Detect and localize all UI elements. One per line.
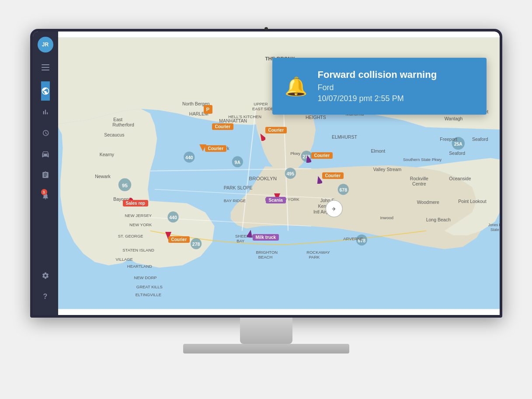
svg-text:9A: 9A xyxy=(234,160,240,165)
svg-text:Rockville: Rockville xyxy=(410,176,428,181)
sidebar-item-map[interactable] xyxy=(41,81,50,101)
svg-text:UPPER: UPPER xyxy=(254,102,268,106)
svg-text:Long Beach: Long Beach xyxy=(426,217,450,222)
svg-text:HEIGHTS: HEIGHTS xyxy=(306,115,326,120)
vehicle-label-courier-5[interactable]: Courier xyxy=(322,172,344,179)
svg-text:✈: ✈ xyxy=(332,206,336,212)
vehicle-marker-courier-5 xyxy=(316,176,322,186)
map-container[interactable]: 95 440 278 440 9A 495 678 678 xyxy=(58,32,500,315)
svg-text:East: East xyxy=(113,117,122,122)
vehicle-label-courier-4[interactable]: Courier xyxy=(311,152,333,159)
svg-text:Inwood: Inwood xyxy=(380,215,393,220)
vehicle-label-courier-2[interactable]: Courier xyxy=(205,145,227,152)
monitor-wrapper: JR xyxy=(30,29,502,370)
svg-text:MANHATTAN: MANHATTAN xyxy=(219,118,247,123)
svg-text:BEACH: BEACH xyxy=(258,255,272,259)
svg-text:Valley Stream: Valley Stream xyxy=(373,167,401,172)
svg-text:Southern State Pkwy: Southern State Pkwy xyxy=(403,157,442,162)
sidebar-item-vehicles[interactable] xyxy=(41,144,50,164)
svg-text:Rutherford: Rutherford xyxy=(112,122,134,127)
svg-text:Centre: Centre xyxy=(412,181,426,186)
svg-text:Wantagh: Wantagh xyxy=(444,116,462,121)
sidebar-item-settings[interactable] xyxy=(42,266,49,285)
notification-vehicle: Ford xyxy=(318,83,437,92)
svg-marker-89 xyxy=(259,133,265,141)
svg-text:NEW YORK: NEW YORK xyxy=(129,222,152,227)
hamburger-menu-button[interactable] xyxy=(38,60,53,75)
svg-text:HEARTLAND: HEARTLAND xyxy=(127,264,152,269)
vehicle-marker-milk xyxy=(247,230,253,239)
monitor-screen: JR xyxy=(33,32,500,315)
svg-text:BAY RIDGE: BAY RIDGE xyxy=(223,198,246,203)
vehicle-marker-courier-4 xyxy=(305,155,311,164)
svg-text:25A: 25A xyxy=(454,141,462,147)
svg-text:GREAT KILLS: GREAT KILLS xyxy=(136,284,162,289)
vehicle-label-courier-6[interactable]: Courier xyxy=(168,236,190,243)
sidebar-bottom: ? xyxy=(42,266,49,310)
sidebar: JR xyxy=(33,32,58,315)
vehicle-label-courier-1[interactable]: Courier xyxy=(212,123,234,130)
help-icon-label: ? xyxy=(43,293,48,301)
svg-text:ROCKAWAY: ROCKAWAY xyxy=(306,250,330,255)
svg-text:PARK: PARK xyxy=(309,255,320,259)
svg-text:ST. GEORGE: ST. GEORGE xyxy=(118,234,143,238)
svg-text:EAST SIDE: EAST SIDE xyxy=(252,106,273,111)
sidebar-item-reports[interactable] xyxy=(41,165,50,185)
svg-text:ARVERNE: ARVERNE xyxy=(343,236,363,241)
svg-text:495: 495 xyxy=(286,171,294,176)
svg-text:STATEN ISLAND: STATEN ISLAND xyxy=(122,248,154,252)
svg-text:BROOKLYN: BROOKLYN xyxy=(249,176,276,181)
monitor-camera xyxy=(264,27,268,31)
svg-marker-94 xyxy=(247,230,253,238)
svg-text:Freeport: Freeport xyxy=(440,136,457,142)
vehicle-marker-courier-3 xyxy=(259,133,265,143)
svg-text:ELMHURST: ELMHURST xyxy=(331,134,357,140)
vehicle-label-milk[interactable]: Milk truck xyxy=(253,234,279,241)
sidebar-item-history[interactable] xyxy=(41,123,50,143)
monitor-body: JR xyxy=(30,29,502,318)
svg-text:Seaford: Seaford xyxy=(449,150,465,156)
svg-text:Secaucus: Secaucus xyxy=(104,132,124,137)
hamburger-line-2 xyxy=(42,67,49,68)
svg-text:NEW JERSEY: NEW JERSEY xyxy=(125,213,152,218)
avatar[interactable]: JR xyxy=(38,37,53,52)
vehicle-label-sales[interactable]: Sales rep xyxy=(123,200,148,206)
vehicle-label-courier-3[interactable]: Courier xyxy=(265,127,287,133)
svg-text:State Park: State Park xyxy=(490,228,499,232)
notification-popup[interactable]: 🔔 Forward collision warning Ford 10/07/2… xyxy=(272,58,487,115)
monitor-base xyxy=(183,344,349,354)
sidebar-item-analytics[interactable] xyxy=(41,102,50,122)
notification-content: Forward collision warning Ford 10/07/201… xyxy=(318,69,437,103)
svg-text:Elmont: Elmont xyxy=(371,148,385,154)
parking-marker: P xyxy=(204,105,212,114)
notification-bell-icon: 🔔 xyxy=(285,76,307,97)
svg-text:440: 440 xyxy=(169,215,177,220)
svg-text:BRIGHTON: BRIGHTON xyxy=(256,250,278,255)
vehicle-label-scania[interactable]: Scania xyxy=(266,197,286,203)
sidebar-nav: 1 xyxy=(41,81,50,266)
svg-text:Kearny: Kearny xyxy=(99,152,114,157)
notification-title: Forward collision warning xyxy=(318,69,437,80)
svg-text:Woodmere: Woodmere xyxy=(417,200,439,205)
svg-text:Newark: Newark xyxy=(95,174,111,179)
svg-text:Oceanside: Oceanside xyxy=(449,176,471,181)
svg-text:95: 95 xyxy=(122,183,128,188)
svg-marker-90 xyxy=(305,155,311,163)
notification-timestamp: 10/07/2019 pmt 2:55 PM xyxy=(318,94,437,103)
svg-text:278: 278 xyxy=(192,242,200,247)
svg-text:Point Lookout: Point Lookout xyxy=(458,199,486,204)
svg-text:NEW DORP: NEW DORP xyxy=(134,275,156,280)
svg-text:678: 678 xyxy=(339,187,347,192)
sidebar-item-help[interactable]: ? xyxy=(42,287,49,306)
svg-text:VILLAGE: VILLAGE xyxy=(115,257,132,262)
svg-text:ELTINGVILLE: ELTINGVILLE xyxy=(135,292,161,297)
sidebar-item-alerts[interactable]: 1 xyxy=(41,186,50,206)
svg-marker-91 xyxy=(316,176,322,184)
svg-text:Jones Beach: Jones Beach xyxy=(488,223,499,227)
svg-text:440: 440 xyxy=(185,155,193,160)
hamburger-line-1 xyxy=(42,64,49,65)
monitor-neck xyxy=(240,318,292,344)
hamburger-line-3 xyxy=(42,70,49,70)
svg-text:BAY: BAY xyxy=(236,238,245,243)
svg-text:HELL'S KITCHEN: HELL'S KITCHEN xyxy=(228,114,261,119)
